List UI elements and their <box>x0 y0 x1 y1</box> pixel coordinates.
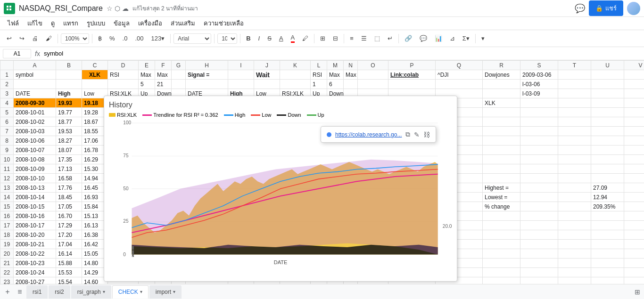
undo-button[interactable]: ↩ <box>4 33 15 44</box>
cell-v4[interactable] <box>624 98 644 108</box>
cell-k2[interactable] <box>280 80 311 89</box>
cell-a2[interactable] <box>14 80 56 89</box>
menu-help[interactable]: ความช่วยเหลือ <box>200 17 248 30</box>
cell-d2[interactable] <box>108 80 139 89</box>
edit-link-icon[interactable]: ✎ <box>414 131 420 138</box>
cell-r4[interactable]: XLK <box>483 98 520 108</box>
cell-v2[interactable] <box>624 80 644 89</box>
cell-t3[interactable] <box>558 89 591 98</box>
cell-reference[interactable] <box>3 49 31 58</box>
cell-b4[interactable]: 19.93 <box>56 98 82 108</box>
cell-i1[interactable] <box>228 70 254 80</box>
filter-button[interactable]: ⊿ <box>447 33 458 44</box>
chat-icon[interactable]: 💬 <box>575 3 585 14</box>
cell-s1[interactable]: 2009-03-06 <box>520 70 558 80</box>
cell-b2[interactable] <box>56 80 82 89</box>
percent-button[interactable]: % <box>107 33 118 44</box>
tab-rsi-graph[interactable]: rsi_graph ▾ <box>71 285 111 299</box>
col-header-c[interactable]: C <box>82 61 108 70</box>
cell-d1[interactable]: RSI <box>108 70 139 80</box>
col-header-r[interactable]: R <box>483 61 520 70</box>
cell-m1[interactable]: Max <box>327 70 344 80</box>
sheet-menu-button[interactable]: ≡ <box>14 286 25 298</box>
link-button[interactable]: 🔗 <box>402 33 415 44</box>
strikethrough-button[interactable]: S <box>264 33 274 44</box>
merge-button[interactable]: ⊟ <box>330 33 341 44</box>
cell-c2[interactable] <box>82 80 108 89</box>
cell-m2[interactable]: 6 <box>327 80 344 89</box>
cell-a3[interactable]: DATE <box>14 89 56 98</box>
cell-v3[interactable] <box>624 89 644 98</box>
underline-button[interactable]: A <box>276 33 286 44</box>
cell-t2[interactable] <box>558 80 591 89</box>
print-button[interactable]: 🖨 <box>29 33 41 44</box>
col-header-l[interactable]: L <box>311 61 327 70</box>
cell-u1[interactable] <box>591 70 624 80</box>
menu-addons[interactable]: ส่วนเสริม <box>167 17 199 30</box>
cell-s4[interactable] <box>520 98 558 108</box>
chart-button[interactable]: 📊 <box>432 33 445 44</box>
cell-b1[interactable] <box>56 70 82 80</box>
cell-p2[interactable] <box>388 80 436 89</box>
cell-t1[interactable] <box>558 70 591 80</box>
unlink-icon[interactable]: ⛓ <box>423 131 430 138</box>
col-header-t[interactable]: T <box>558 61 591 70</box>
cell-c1[interactable]: XLK <box>82 70 108 80</box>
font-color-button[interactable]: A <box>288 32 298 45</box>
menu-format[interactable]: รูปแบบ <box>83 17 109 30</box>
share-button[interactable]: 🔒 แชร์ <box>589 0 623 16</box>
menu-file[interactable]: ไฟล์ <box>4 17 23 30</box>
cell-h2[interactable] <box>186 80 228 89</box>
wrap-button[interactable]: ↵ <box>385 33 396 44</box>
function-button[interactable]: Σ▾ <box>460 33 472 44</box>
col-header-h[interactable]: H <box>186 61 228 70</box>
tab-rsi2[interactable]: rsi2 <box>49 285 70 299</box>
menu-data[interactable]: ข้อมูล <box>110 17 133 30</box>
col-header-p[interactable]: P <box>388 61 436 70</box>
more-button[interactable]: ▾ <box>479 33 487 44</box>
cell-u3[interactable] <box>591 89 624 98</box>
col-header-u[interactable]: U <box>591 61 624 70</box>
col-header-d[interactable]: D <box>108 61 139 70</box>
tab-check[interactable]: CHECK ▾ <box>112 285 149 299</box>
col-header-k[interactable]: K <box>280 61 311 70</box>
col-header-e[interactable]: E <box>139 61 155 70</box>
valign-button[interactable]: ⬚ <box>372 33 383 44</box>
tab-import[interactable]: import ▾ <box>149 285 182 299</box>
cell-f1[interactable]: Max <box>155 70 172 80</box>
col-header-i[interactable]: I <box>228 61 254 70</box>
col-header-q[interactable]: Q <box>436 61 483 70</box>
col-header-b[interactable]: B <box>56 61 82 70</box>
col-header-o[interactable]: O <box>358 61 388 70</box>
cell-e2[interactable]: 5 <box>139 80 155 89</box>
menu-view[interactable]: ดู <box>47 17 58 30</box>
cell-e1[interactable]: Max <box>139 70 155 80</box>
italic-button[interactable]: I <box>256 33 263 44</box>
col-header-a[interactable]: A <box>14 61 56 70</box>
cell-r1[interactable]: Dowjones <box>483 70 520 80</box>
cell-i2[interactable] <box>228 80 254 89</box>
cell-q1[interactable]: ^DJI <box>436 70 483 80</box>
cell-s2[interactable]: l-03-06 <box>520 80 558 89</box>
cell-u2[interactable] <box>591 80 624 89</box>
cell-o1[interactable] <box>358 70 388 80</box>
col-header-j[interactable]: J <box>254 61 280 70</box>
menu-edit[interactable]: แก้ไข <box>24 17 46 30</box>
cell-l1[interactable]: RSI <box>311 70 327 80</box>
cell-g2[interactable] <box>172 80 186 89</box>
cell-j2[interactable] <box>254 80 280 89</box>
align-left-button[interactable]: ≡ <box>347 33 356 44</box>
cell-t4[interactable] <box>558 98 591 108</box>
cell-v1[interactable] <box>624 70 644 80</box>
col-header-m[interactable]: M <box>327 61 344 70</box>
cell-k1[interactable] <box>280 70 311 80</box>
redo-button[interactable]: ↪ <box>17 33 27 44</box>
menu-tools[interactable]: เครื่องมือ <box>134 17 166 30</box>
cell-n1[interactable]: Max <box>344 70 358 80</box>
cell-r2[interactable] <box>483 80 520 89</box>
cell-h1[interactable]: Signal = <box>186 70 228 80</box>
copy-icon[interactable]: ⧉ <box>405 130 410 138</box>
tab-rsi1[interactable]: rsi1 <box>26 285 48 299</box>
font-select[interactable]: Arial <box>173 33 211 44</box>
cell-o2[interactable] <box>358 80 388 89</box>
